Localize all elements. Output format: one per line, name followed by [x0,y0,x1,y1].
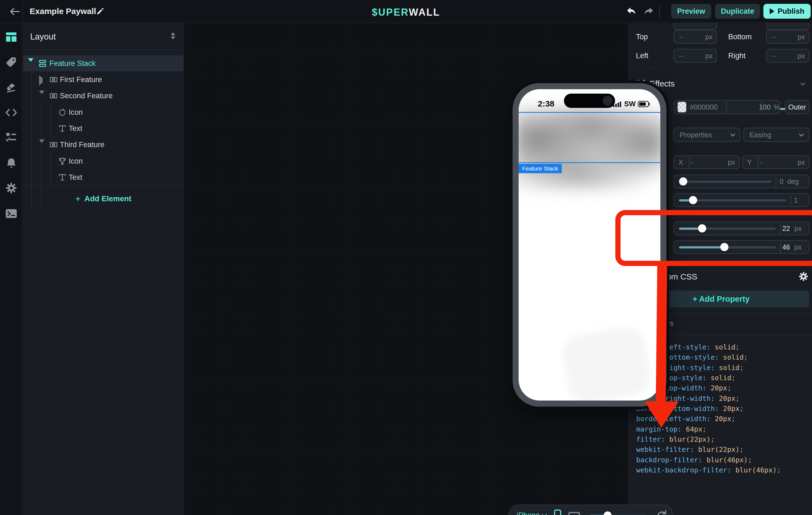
text-icon [58,124,66,132]
add-element-button[interactable]: + Add Element [23,190,184,208]
animate-properties-dropdown[interactable]: Properties [673,128,741,142]
bell-icon[interactable] [5,157,17,170]
expander-down-icon[interactable] [28,62,33,67]
expander-right-icon[interactable] [39,78,42,83]
shadow-mode-button[interactable]: Outer [785,100,809,114]
stack-icon [38,59,47,67]
zoom-slider[interactable] [589,511,647,515]
shadow-control[interactable]: #000000 100 % [673,100,780,114]
faint-content-blob [560,324,653,400]
move-y-input[interactable]: Y – px [742,155,809,169]
undo-icon[interactable] [626,6,637,17]
tree-item-icon[interactable]: Icon [23,104,184,120]
brush-icon[interactable] [5,82,17,94]
red-annotation-rectangle [615,210,812,266]
gear-icon[interactable] [5,182,17,194]
columns-icon [50,92,58,100]
chevron-down-icon[interactable] [542,512,547,515]
padding-top-label: Top [636,33,648,41]
scrolled-input-partial [673,23,717,30]
paywall-editor: 2:38 SW Feature Stack iPhone [0,0,812,515]
tree-item-label: Feature Stack [50,59,95,68]
carrier-label: SW [624,100,636,108]
landscape-orientation-button[interactable] [568,512,580,515]
text-icon [58,173,66,181]
padding-right-input[interactable]: – px [766,49,809,63]
preview-button[interactable]: Preview [671,4,711,19]
divider [629,69,812,69]
slider-thumb[interactable] [604,511,612,515]
tree-item-text[interactable]: Text [23,170,184,185]
portrait-orientation-button[interactable] [554,510,561,515]
tree-item-third-feature[interactable]: Third Feature [23,137,184,153]
dynamic-island [564,94,615,108]
sidebar-rail [0,23,23,515]
tree-item-icon[interactable]: Icon [23,153,184,169]
rotate-slider[interactable] [679,177,771,186]
tree-item-label: Third Feature [60,141,105,149]
camera-icon [603,96,613,106]
scale-slider[interactable] [679,195,786,205]
device-select[interactable]: iPhone [517,511,540,515]
x-prefix: X [678,158,683,166]
layout-icon[interactable] [5,31,17,43]
shadow-opacity-value[interactable]: 100 [759,103,771,112]
color-swatch[interactable] [677,101,687,113]
css-line: backdrop-filter: blur(46px); [636,456,752,464]
shadow-hex-value[interactable]: #000000 [690,103,718,112]
padding-left-label: Left [636,52,648,60]
move-x-input[interactable]: X – px [673,155,740,169]
tree-item-first-feature[interactable]: First Feature [23,72,184,88]
refresh-icon[interactable] [656,510,668,515]
panel-title: Layout [30,32,56,42]
rotate-value[interactable]: 0 [780,178,783,186]
divider [23,186,184,186]
redo-icon[interactable] [643,6,654,17]
tree-item-feature-stack[interactable]: Feature Stack [23,56,184,71]
chevron-down-icon [730,131,735,137]
scrolled-input-partial [766,23,809,30]
play-icon [770,8,774,14]
status-icons: SW [613,100,650,108]
css-line: webkit-filter: blur(22px); [636,446,744,454]
padding-top-input[interactable]: – px [673,30,717,44]
plus-icon: + [76,194,81,204]
animate-easing-dropdown[interactable]: Easing [743,128,809,142]
terminal-icon[interactable] [5,208,17,220]
tree-item-text[interactable]: Text [23,121,184,137]
code-icon[interactable] [5,107,17,119]
scale-control[interactable]: 1 [673,193,809,207]
padding-bottom-input[interactable]: – px [766,30,809,44]
tree-item-second-feature[interactable]: Second Feature [23,88,184,104]
device-toolbar: iPhone [509,505,673,515]
layout-panel-header: Layout [23,23,183,50]
trophy-icon [58,157,66,165]
css-settings-gear-icon[interactable] [799,272,808,281]
checklist-icon[interactable] [5,131,17,143]
publish-button[interactable]: Publish [763,4,811,19]
divider [659,5,660,18]
scale-value[interactable]: 1 [794,196,798,204]
duplicate-button[interactable]: Duplicate [715,4,760,19]
css-line: filter: blur(22px); [636,435,715,443]
rotate-control[interactable]: 0 deg [673,175,809,188]
expander-down-icon[interactable] [39,94,45,99]
apple-icon [58,108,66,116]
top-bar: Example Paywall $UPERWALL Preview Duplic… [0,0,812,23]
sort-icon[interactable] [171,32,175,39]
tree-item-label: Text [69,124,82,133]
element-selection-outline[interactable] [519,112,660,163]
tag-icon[interactable] [5,56,17,68]
deg-unit: deg [787,178,799,186]
columns-icon [50,141,58,149]
columns-icon [50,75,58,84]
status-time: 2:38 [538,99,554,109]
battery-icon [638,101,650,107]
y-prefix: Y [747,158,752,166]
padding-bottom-label: Bottom [728,33,752,41]
expander-down-icon[interactable] [39,143,45,148]
padding-right-label: Right [728,52,746,60]
tree-item-label: Icon [69,108,83,117]
padding-left-input[interactable]: – px [673,49,717,63]
tree-item-label: Icon [69,157,83,165]
